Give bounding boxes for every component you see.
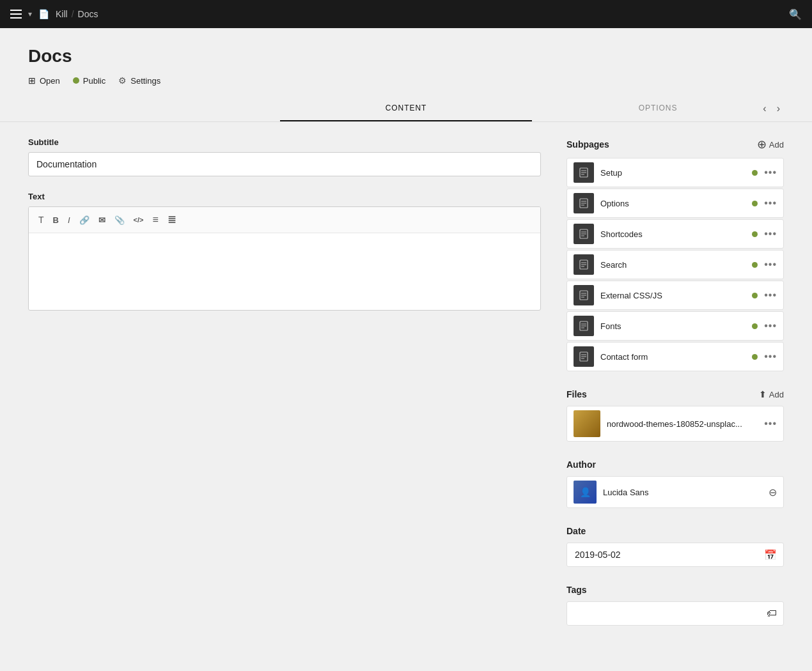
subpage-name[interactable]: Contact form bbox=[600, 352, 752, 362]
subpage-status-dot bbox=[752, 293, 758, 298]
hamburger-menu[interactable] bbox=[10, 10, 22, 19]
page-actions: ⊞ Open Public ⚙ Settings bbox=[28, 75, 784, 86]
file-more-button[interactable]: ••• bbox=[764, 418, 777, 429]
nav-next-button[interactable]: › bbox=[773, 102, 784, 116]
subpage-thumb bbox=[574, 316, 594, 336]
date-section: Date 📅 bbox=[566, 526, 784, 567]
sidebar: Subpages ⊕ Add Setup ••• Options bbox=[566, 137, 784, 644]
subpage-thumb bbox=[574, 285, 594, 305]
tab-blank[interactable] bbox=[28, 96, 280, 121]
author-avatar: 👤 bbox=[574, 481, 597, 504]
subpage-more-button[interactable]: ••• bbox=[764, 167, 777, 178]
public-status-dot bbox=[73, 77, 79, 84]
subtitle-input[interactable] bbox=[28, 152, 541, 176]
date-input[interactable] bbox=[567, 543, 783, 566]
author-section: Author 👤 Lucida Sans ⊖ bbox=[566, 459, 784, 508]
subpage-item: Options ••• bbox=[566, 189, 784, 218]
subpage-status-dot bbox=[752, 354, 758, 360]
subpage-item: Shortcodes ••• bbox=[566, 219, 784, 249]
date-header: Date bbox=[566, 526, 784, 536]
subpage-thumb bbox=[574, 193, 594, 213]
files-title: Files bbox=[566, 389, 587, 399]
subpage-thumb bbox=[574, 346, 594, 367]
subpage-more-button[interactable]: ••• bbox=[764, 259, 777, 270]
editor-body[interactable] bbox=[29, 233, 540, 310]
text-label: Text bbox=[28, 192, 541, 201]
file-name[interactable]: nordwood-themes-180852-unsplас... bbox=[607, 419, 764, 429]
date-input-wrap: 📅 bbox=[566, 543, 784, 567]
subpage-more-button[interactable]: ••• bbox=[764, 289, 777, 301]
subpages-list: Setup ••• Options ••• Shortcodes ••• Sea… bbox=[566, 158, 784, 371]
subtitle-label: Subtitle bbox=[28, 137, 541, 147]
tags-section: Tags 🏷 bbox=[566, 585, 784, 626]
tags-input[interactable] bbox=[567, 602, 783, 625]
subpage-thumb bbox=[574, 162, 594, 183]
subpage-item: Contact form ••• bbox=[566, 342, 784, 371]
files-section: Files ⬆ Add nordwood-themes-180852-unspl… bbox=[566, 389, 784, 442]
content-area: Subtitle Text T B I 🔗 ✉ 📎 </> ≡ ≣ bbox=[28, 137, 566, 644]
author-item: 👤 Lucida Sans ⊖ bbox=[566, 476, 784, 508]
subpage-thumb bbox=[574, 224, 594, 244]
subpage-more-button[interactable]: ••• bbox=[764, 351, 777, 362]
text-section: Text T B I 🔗 ✉ 📎 </> ≡ ≣ bbox=[28, 192, 541, 311]
subpage-item: Setup ••• bbox=[566, 158, 784, 187]
subpage-name[interactable]: Shortcodes bbox=[600, 229, 752, 239]
open-icon: ⊞ bbox=[28, 75, 36, 86]
tags-header: Tags bbox=[566, 585, 784, 595]
files-header: Files ⬆ Add bbox=[566, 389, 784, 399]
toolbar-ol-btn[interactable]: ≣ bbox=[164, 212, 179, 228]
editor-toolbar: T B I 🔗 ✉ 📎 </> ≡ ≣ bbox=[29, 207, 540, 233]
subpage-item: External CSS/JS ••• bbox=[566, 281, 784, 310]
subpage-status-dot bbox=[752, 201, 758, 206]
subpage-more-button[interactable]: ••• bbox=[764, 320, 777, 332]
toolbar-link-btn[interactable]: 🔗 bbox=[76, 213, 93, 227]
editor-box: T B I 🔗 ✉ 📎 </> ≡ ≣ bbox=[28, 206, 541, 311]
subpage-status-dot bbox=[752, 262, 758, 268]
settings-icon: ⚙ bbox=[118, 75, 127, 86]
subpage-name[interactable]: Fonts bbox=[600, 321, 752, 331]
breadcrumb-brand[interactable]: Kill bbox=[56, 9, 68, 19]
toolbar-email-btn[interactable]: ✉ bbox=[95, 213, 109, 227]
subpage-name[interactable]: Search bbox=[600, 260, 752, 270]
author-header: Author bbox=[566, 459, 784, 470]
date-title: Date bbox=[566, 526, 586, 536]
nav-prev-button[interactable]: ‹ bbox=[759, 102, 770, 116]
topnav-chevron[interactable]: ▾ bbox=[28, 10, 32, 19]
tags-input-wrap: 🏷 bbox=[566, 601, 784, 626]
subpage-status-dot bbox=[752, 170, 758, 176]
toolbar-text-btn[interactable]: T bbox=[35, 213, 47, 227]
search-icon[interactable]: 🔍 bbox=[789, 8, 802, 20]
add-subpage-button[interactable]: ⊕ Add bbox=[757, 137, 784, 151]
page-header: Docs ⊞ Open Public ⚙ Settings bbox=[0, 28, 812, 96]
subpage-name[interactable]: External CSS/JS bbox=[600, 291, 752, 300]
add-subpage-icon: ⊕ bbox=[757, 137, 767, 151]
public-button[interactable]: Public bbox=[73, 76, 105, 86]
settings-button[interactable]: ⚙ Settings bbox=[118, 75, 160, 86]
toolbar-italic-btn[interactable]: I bbox=[65, 213, 74, 227]
upload-icon: ⬆ bbox=[759, 389, 767, 399]
tabs-bar: CONTENT OPTIONS ‹ › bbox=[0, 96, 812, 122]
topnav: ▾ 📄 Kill / Docs 🔍 bbox=[0, 0, 812, 28]
breadcrumb: Kill / Docs bbox=[56, 9, 98, 19]
subpage-more-button[interactable]: ••• bbox=[764, 228, 777, 240]
breadcrumb-page[interactable]: Docs bbox=[78, 9, 98, 19]
toolbar-bold-btn[interactable]: B bbox=[50, 213, 62, 227]
author-remove-button[interactable]: ⊖ bbox=[769, 486, 777, 498]
tags-title: Tags bbox=[566, 585, 587, 595]
main-layout: Subtitle Text T B I 🔗 ✉ 📎 </> ≡ ≣ bbox=[0, 137, 812, 644]
open-button[interactable]: ⊞ Open bbox=[28, 75, 60, 86]
toolbar-code-btn[interactable]: </> bbox=[130, 214, 147, 226]
subpage-name[interactable]: Options bbox=[600, 199, 752, 208]
tab-options[interactable]: OPTIONS bbox=[532, 96, 784, 121]
toolbar-ul-btn[interactable]: ≡ bbox=[149, 212, 161, 228]
breadcrumb-sep: / bbox=[72, 9, 74, 19]
add-file-button[interactable]: ⬆ Add bbox=[759, 389, 784, 399]
subpages-section: Subpages ⊕ Add Setup ••• Options bbox=[566, 137, 784, 371]
subpage-name[interactable]: Setup bbox=[600, 168, 752, 178]
subpage-more-button[interactable]: ••• bbox=[764, 197, 777, 209]
tab-content[interactable]: CONTENT bbox=[280, 96, 532, 121]
toolbar-attach-btn[interactable]: 📎 bbox=[111, 213, 128, 227]
subpage-status-dot bbox=[752, 231, 758, 237]
file-item: nordwood-themes-180852-unsplас... ••• bbox=[566, 406, 784, 442]
topnav-left: ▾ 📄 Kill / Docs bbox=[10, 9, 98, 19]
